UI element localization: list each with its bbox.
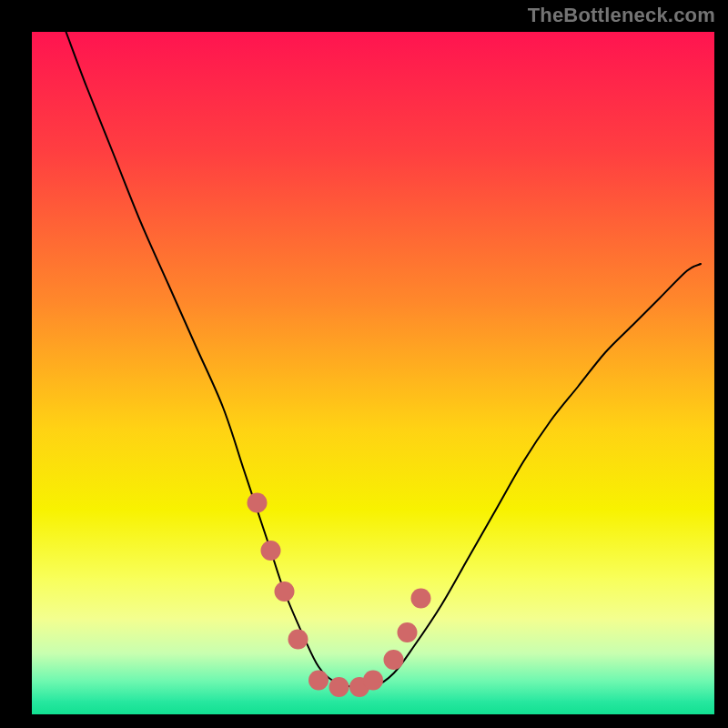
marker-dot bbox=[275, 581, 295, 602]
marker-dot bbox=[411, 589, 431, 609]
watermark-text: TheBottleneck.com bbox=[528, 4, 715, 27]
marker-dot bbox=[261, 541, 281, 561]
marker-dot bbox=[398, 622, 418, 642]
marker-dot bbox=[329, 677, 349, 697]
marker-dot bbox=[288, 630, 308, 650]
chart-stage: TheBottleneck.com bbox=[0, 0, 728, 728]
plot-area bbox=[32, 32, 714, 714]
marker-dot bbox=[363, 671, 383, 691]
highlighted-markers bbox=[32, 32, 714, 714]
marker-dot bbox=[248, 493, 268, 513]
marker-dot bbox=[384, 650, 404, 670]
marker-dot bbox=[308, 671, 329, 691]
